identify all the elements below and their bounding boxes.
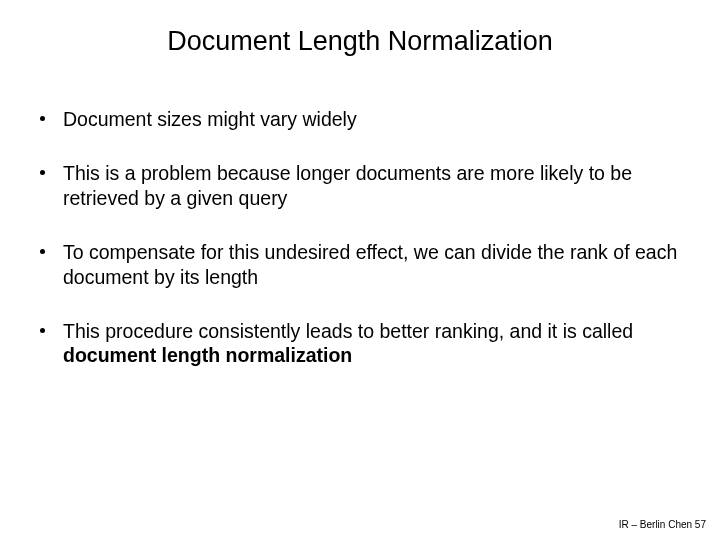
bullet-text: This procedure consistently leads to bet… (63, 319, 680, 368)
bullet-text: To compensate for this undesired effect,… (63, 240, 680, 289)
bullet-dot-icon (40, 170, 45, 175)
bullet-text: This is a problem because longer documen… (63, 161, 680, 210)
bold-term: document length normalization (63, 344, 352, 366)
bullet-text: Document sizes might vary widely (63, 107, 680, 131)
bullet-item: This procedure consistently leads to bet… (40, 319, 680, 368)
slide-content: Document sizes might vary widely This is… (0, 65, 720, 368)
bullet-item: Document sizes might vary widely (40, 107, 680, 131)
slide-footer: IR – Berlin Chen 57 (619, 519, 706, 530)
bullet-item: This is a problem because longer documen… (40, 161, 680, 210)
bullet-dot-icon (40, 116, 45, 121)
slide-title: Document Length Normalization (0, 0, 720, 65)
bullet-dot-icon (40, 328, 45, 333)
bullet-dot-icon (40, 249, 45, 254)
bullet-text-prefix: This procedure consistently leads to bet… (63, 320, 633, 342)
bullet-item: To compensate for this undesired effect,… (40, 240, 680, 289)
